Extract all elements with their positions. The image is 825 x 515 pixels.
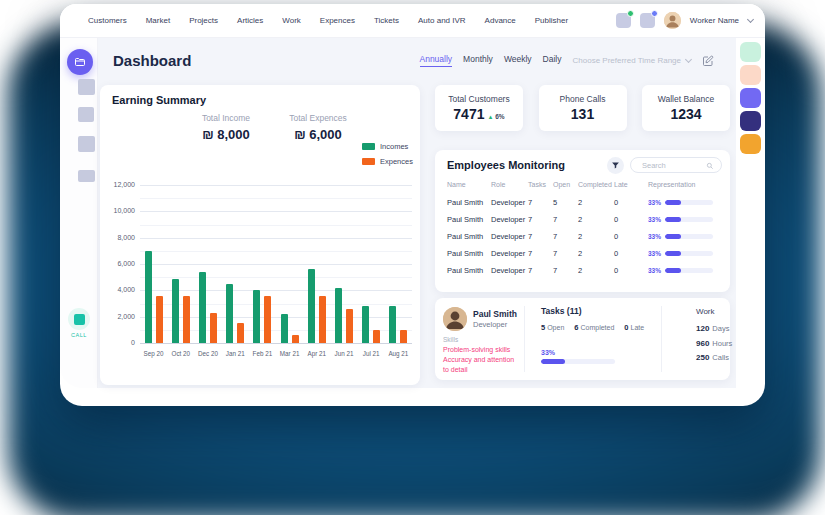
inbox-button[interactable] [640,13,655,28]
color-swatch[interactable] [740,88,761,108]
color-swatch[interactable] [740,42,761,62]
cell-representation: 33% [648,233,718,240]
representation-percent: 33% [648,250,661,257]
call-button[interactable] [68,308,90,330]
edit-icon[interactable] [702,55,714,67]
column-header: Open [553,181,578,188]
column-header: Late [614,181,648,188]
color-swatch[interactable] [740,134,761,154]
nav-item-auto-and-ivr[interactable]: Auto and IVR [418,16,466,25]
y-axis-tick: 6,000 [100,260,135,267]
bar-incomes [335,288,342,343]
task-stats: 5Open6Completed0Late [541,323,644,332]
table-row: Paul SmithDeveloper752033% [447,194,718,211]
filter-weekly[interactable]: Weekly [504,54,532,67]
stat-value-row: 131 [571,106,594,122]
nav-item-articles[interactable]: Articles [237,16,263,25]
funnel-icon [611,161,620,170]
representation-fill [665,268,681,273]
bar-expences [156,296,163,343]
y-axis-tick: 12,000 [100,181,135,188]
representation-bar [665,234,713,239]
employee-role: Developer [473,320,507,329]
cell-role: Developer [491,249,528,258]
right-color-rail [736,38,765,388]
cell-tasks: 7 [528,215,553,224]
nav-item-work[interactable]: Work [282,16,301,25]
main-nav: CustomersMarketProjectsArticlesWorkExpen… [88,16,568,25]
nav-item-advance[interactable]: Advance [485,16,516,25]
bar-expences [237,323,244,343]
user-name[interactable]: Worker Name [690,16,739,25]
skill-link[interactable]: Accuracy and attention to detail [443,355,521,375]
filter-annually[interactable]: Annually [420,54,453,67]
work-section: Work 120Days960Hours250Calls [661,306,730,372]
chevron-down-icon[interactable] [747,15,754,22]
cell-tasks: 7 [528,249,553,258]
filter-daily[interactable]: Daily [543,54,562,67]
cell-representation: 33% [648,199,718,206]
cell-role: Developer [491,266,528,275]
bar-expences [210,313,217,343]
table-row: Paul SmithDeveloper772033% [447,262,718,279]
nav-item-market[interactable]: Market [146,16,170,25]
folder-fab-button[interactable] [67,49,93,75]
stat-card: Wallet Balance1234 [642,85,730,131]
bar-expences [346,309,353,343]
bar-incomes [145,251,152,343]
time-range-dropdown[interactable]: Choose Preferred Time Range [573,56,692,65]
stat-delta: ▲ 6% [487,113,504,120]
table-row: Paul SmithDeveloper772033% [447,211,718,228]
bar-incomes [389,306,396,343]
cell-completed: 2 [578,249,614,258]
cell-representation: 33% [648,216,718,223]
app-window: CustomersMarketProjectsArticlesWorkExpen… [60,4,765,406]
gridline [140,343,412,344]
sidebar-placeholder-icon[interactable] [78,170,95,182]
tasks-title: Tasks (11) [541,306,581,316]
sidebar-placeholder-icon[interactable] [78,136,95,152]
cell-completed: 2 [578,198,614,207]
stat-value-row: 1234 [670,106,701,122]
sidebar-placeholder-icon[interactable] [78,107,94,122]
apps-button[interactable] [616,13,631,28]
nav-item-customers[interactable]: Customers [88,16,127,25]
y-axis-tick: 0 [100,339,135,346]
x-axis-tick: Mar 21 [276,350,304,357]
skill-link[interactable]: Problem-solving skills [443,345,521,355]
color-swatch[interactable] [740,65,761,85]
table-row: Paul SmithDeveloper772033% [447,245,718,262]
nav-item-projects[interactable]: Projects [189,16,218,25]
navbar-right: Worker Name [616,12,753,29]
cell-open: 7 [553,249,578,258]
legend-swatch [362,158,375,165]
y-axis-tick: 10,000 [100,207,135,214]
stat-value-row: 7471▲ 6% [453,106,504,122]
search-input[interactable] [640,160,710,171]
cell-completed: 2 [578,232,614,241]
y-axis-tick: 2,000 [100,313,135,320]
gridline [140,277,412,278]
cell-late: 0 [614,249,648,258]
stat-value: 1234 [670,106,701,122]
nav-item-expences[interactable]: Expences [320,16,355,25]
bar-expences [319,296,326,343]
sidebar-placeholder-icon[interactable] [78,79,95,95]
user-avatar[interactable] [664,12,681,29]
bar-incomes [199,272,206,343]
x-axis-tick: Sep 20 [140,350,168,357]
employees-monitoring-title: Employees Monitoring [447,159,565,171]
nav-item-publisher[interactable]: Publisher [535,16,568,25]
filter-button[interactable] [607,157,624,174]
filter-monthly[interactable]: Monthly [463,54,493,67]
legend-swatch [362,143,375,150]
table-row: Paul SmithDeveloper772033% [447,228,718,245]
stat-card: Total Customers7471▲ 6% [435,85,523,131]
cell-role: Developer [491,215,528,224]
nav-item-tickets[interactable]: Tickets [374,16,399,25]
color-swatch[interactable] [740,111,761,131]
cell-representation: 33% [648,250,718,257]
cell-name: Paul Smith [447,249,491,258]
bar-expences [400,330,407,343]
earning-totals: Total Income ₪ 8,000 Total Expences ₪ 6,… [188,113,356,142]
